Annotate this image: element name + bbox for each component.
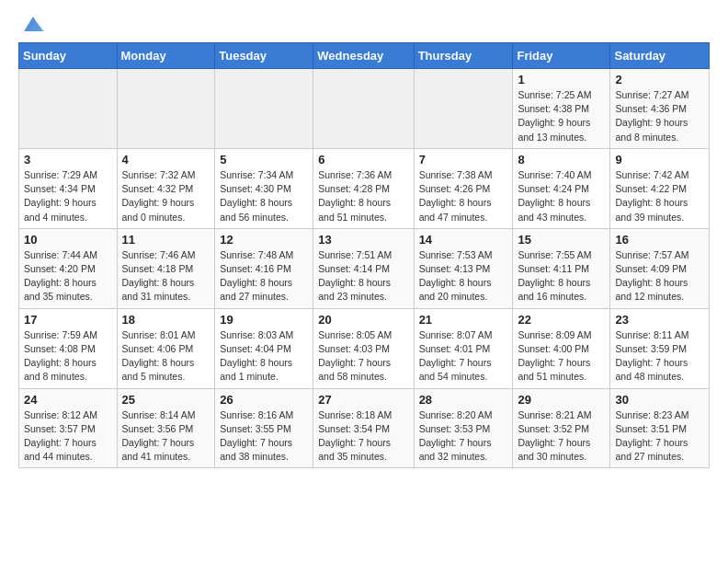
day-number: 9 [615, 153, 704, 167]
day-number: 17 [24, 313, 112, 327]
table-row: 26Sunrise: 8:16 AMSunset: 3:55 PMDayligh… [215, 388, 313, 468]
table-row: 2Sunrise: 7:27 AMSunset: 4:36 PMDaylight… [610, 69, 710, 149]
day-number: 18 [122, 313, 210, 327]
day-number: 30 [615, 393, 704, 407]
day-number: 22 [518, 313, 605, 327]
table-row: 29Sunrise: 8:21 AMSunset: 3:52 PMDayligh… [513, 388, 610, 468]
table-row: 6Sunrise: 7:36 AMSunset: 4:28 PMDaylight… [313, 148, 414, 228]
table-row: 20Sunrise: 8:05 AMSunset: 4:03 PMDayligh… [313, 308, 414, 388]
day-number: 8 [518, 153, 605, 167]
calendar-week-row: 10Sunrise: 7:44 AMSunset: 4:20 PMDayligh… [19, 228, 710, 308]
col-saturday: Saturday [610, 43, 710, 69]
table-row: 13Sunrise: 7:51 AMSunset: 4:14 PMDayligh… [313, 228, 414, 308]
table-row: 25Sunrise: 8:14 AMSunset: 3:56 PMDayligh… [117, 388, 215, 468]
day-info: Sunrise: 7:46 AMSunset: 4:18 PMDaylight:… [122, 248, 210, 304]
day-info: Sunrise: 7:48 AMSunset: 4:16 PMDaylight:… [220, 248, 308, 304]
day-number: 2 [615, 73, 704, 86]
day-number: 24 [24, 393, 112, 407]
table-row: 18Sunrise: 8:01 AMSunset: 4:06 PMDayligh… [117, 308, 215, 388]
day-number: 14 [419, 233, 508, 247]
table-row: 3Sunrise: 7:29 AMSunset: 4:34 PMDaylight… [19, 148, 118, 228]
day-info: Sunrise: 8:21 AMSunset: 3:52 PMDaylight:… [518, 408, 605, 465]
day-info: Sunrise: 7:27 AMSunset: 4:36 PMDaylight:… [615, 88, 704, 144]
header [18, 15, 710, 31]
day-info: Sunrise: 8:11 AMSunset: 3:59 PMDaylight:… [615, 328, 704, 385]
table-row: 27Sunrise: 8:18 AMSunset: 3:54 PMDayligh… [313, 388, 414, 468]
day-info: Sunrise: 7:29 AMSunset: 4:34 PMDaylight:… [24, 168, 112, 224]
day-info: Sunrise: 7:32 AMSunset: 4:32 PMDaylight:… [122, 168, 210, 224]
day-info: Sunrise: 8:09 AMSunset: 4:00 PMDaylight:… [518, 328, 605, 385]
day-number: 4 [122, 153, 210, 167]
day-info: Sunrise: 7:44 AMSunset: 4:20 PMDaylight:… [24, 248, 112, 304]
table-row: 30Sunrise: 8:23 AMSunset: 3:51 PMDayligh… [610, 388, 710, 468]
day-number: 16 [615, 233, 704, 247]
day-number: 13 [318, 233, 408, 247]
day-info: Sunrise: 8:18 AMSunset: 3:54 PMDaylight:… [318, 408, 408, 465]
day-number: 29 [518, 393, 605, 407]
col-tuesday: Tuesday [215, 43, 313, 69]
table-row: 12Sunrise: 7:48 AMSunset: 4:16 PMDayligh… [215, 228, 313, 308]
table-row: 28Sunrise: 8:20 AMSunset: 3:53 PMDayligh… [414, 388, 513, 468]
day-number: 10 [24, 233, 112, 247]
table-row: 15Sunrise: 7:55 AMSunset: 4:11 PMDayligh… [513, 228, 610, 308]
table-row: 17Sunrise: 7:59 AMSunset: 4:08 PMDayligh… [19, 308, 118, 388]
table-row: 9Sunrise: 7:42 AMSunset: 4:22 PMDaylight… [610, 148, 710, 228]
table-row: 21Sunrise: 8:07 AMSunset: 4:01 PMDayligh… [414, 308, 513, 388]
day-info: Sunrise: 7:25 AMSunset: 4:38 PMDaylight:… [518, 88, 605, 144]
day-info: Sunrise: 8:01 AMSunset: 4:06 PMDaylight:… [122, 328, 210, 385]
day-info: Sunrise: 8:05 AMSunset: 4:03 PMDaylight:… [318, 328, 408, 385]
table-row: 7Sunrise: 7:38 AMSunset: 4:26 PMDaylight… [414, 148, 513, 228]
table-row [215, 69, 313, 149]
day-info: Sunrise: 8:07 AMSunset: 4:01 PMDaylight:… [419, 328, 508, 385]
logo [18, 15, 46, 31]
table-row: 1Sunrise: 7:25 AMSunset: 4:38 PMDaylight… [513, 69, 610, 149]
table-row: 5Sunrise: 7:34 AMSunset: 4:30 PMDaylight… [215, 148, 313, 228]
table-row: 11Sunrise: 7:46 AMSunset: 4:18 PMDayligh… [117, 228, 215, 308]
day-number: 15 [518, 233, 605, 247]
table-row: 4Sunrise: 7:32 AMSunset: 4:32 PMDaylight… [117, 148, 215, 228]
calendar-week-row: 17Sunrise: 7:59 AMSunset: 4:08 PMDayligh… [19, 308, 710, 388]
day-info: Sunrise: 7:36 AMSunset: 4:28 PMDaylight:… [318, 168, 408, 224]
col-friday: Friday [513, 43, 610, 69]
day-info: Sunrise: 7:40 AMSunset: 4:24 PMDaylight:… [518, 168, 605, 224]
day-number: 21 [419, 313, 508, 327]
table-row: 19Sunrise: 8:03 AMSunset: 4:04 PMDayligh… [215, 308, 313, 388]
day-number: 19 [220, 313, 308, 327]
table-row [414, 69, 513, 149]
day-number: 25 [122, 393, 210, 407]
day-number: 23 [615, 313, 704, 327]
col-monday: Monday [117, 43, 215, 69]
table-row: 24Sunrise: 8:12 AMSunset: 3:57 PMDayligh… [19, 388, 118, 468]
table-row: 10Sunrise: 7:44 AMSunset: 4:20 PMDayligh… [19, 228, 118, 308]
table-row [313, 69, 414, 149]
day-number: 1 [518, 73, 605, 86]
day-number: 27 [318, 393, 408, 407]
logo-icon [20, 15, 46, 35]
day-info: Sunrise: 7:51 AMSunset: 4:14 PMDaylight:… [318, 248, 408, 304]
day-number: 20 [318, 313, 408, 327]
day-number: 28 [419, 393, 508, 407]
day-info: Sunrise: 7:53 AMSunset: 4:13 PMDaylight:… [419, 248, 508, 304]
col-thursday: Thursday [414, 43, 513, 69]
day-info: Sunrise: 7:55 AMSunset: 4:11 PMDaylight:… [518, 248, 605, 304]
calendar: Sunday Monday Tuesday Wednesday Thursday… [18, 42, 710, 468]
page: Sunday Monday Tuesday Wednesday Thursday… [0, 0, 728, 483]
day-info: Sunrise: 7:34 AMSunset: 4:30 PMDaylight:… [220, 168, 308, 224]
day-info: Sunrise: 7:38 AMSunset: 4:26 PMDaylight:… [419, 168, 508, 224]
day-info: Sunrise: 8:23 AMSunset: 3:51 PMDaylight:… [615, 408, 704, 465]
table-row: 8Sunrise: 7:40 AMSunset: 4:24 PMDaylight… [513, 148, 610, 228]
table-row [19, 69, 118, 149]
table-row: 14Sunrise: 7:53 AMSunset: 4:13 PMDayligh… [414, 228, 513, 308]
calendar-week-row: 1Sunrise: 7:25 AMSunset: 4:38 PMDaylight… [19, 69, 710, 149]
day-info: Sunrise: 8:16 AMSunset: 3:55 PMDaylight:… [220, 408, 308, 465]
day-number: 6 [318, 153, 408, 167]
day-info: Sunrise: 8:14 AMSunset: 3:56 PMDaylight:… [122, 408, 210, 465]
day-number: 5 [220, 153, 308, 167]
table-row: 16Sunrise: 7:57 AMSunset: 4:09 PMDayligh… [610, 228, 710, 308]
table-row: 22Sunrise: 8:09 AMSunset: 4:00 PMDayligh… [513, 308, 610, 388]
day-number: 7 [419, 153, 508, 167]
day-info: Sunrise: 7:59 AMSunset: 4:08 PMDaylight:… [24, 328, 112, 385]
day-number: 26 [220, 393, 308, 407]
calendar-week-row: 3Sunrise: 7:29 AMSunset: 4:34 PMDaylight… [19, 148, 710, 228]
col-sunday: Sunday [19, 43, 118, 69]
